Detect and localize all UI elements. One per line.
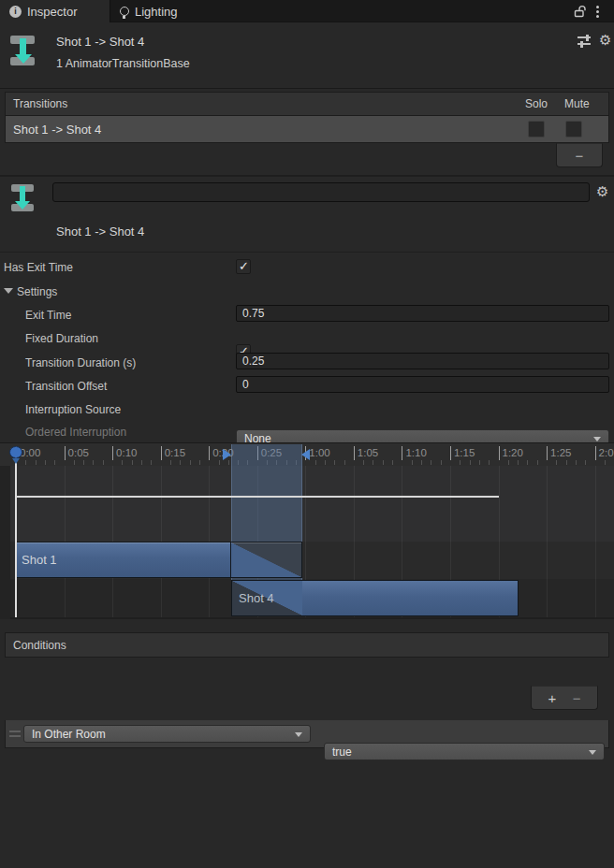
ruler-minor-tick: [421, 460, 422, 465]
ruler-minor-tick: [199, 460, 200, 465]
ruler-label: 0:10: [116, 447, 137, 458]
ruler-major-tick: [595, 446, 596, 460]
ruler-label: 0:15: [165, 447, 185, 458]
transition-start-handle[interactable]: [223, 449, 231, 460]
exit-time-label: Exit Time: [25, 308, 71, 323]
transition-row[interactable]: Shot 1 -> Shot 4: [5, 116, 609, 143]
ruler-label: 1:15: [454, 447, 475, 458]
chevron-down-icon: [589, 750, 596, 755]
ruler-label: 0:00: [20, 447, 40, 458]
ruler-minor-tick: [83, 460, 84, 465]
ruler-minor-tick: [556, 460, 557, 465]
ruler-major-tick: [112, 446, 113, 460]
ruler-minor-tick: [605, 460, 606, 465]
exit-time-value: 0.75: [242, 307, 264, 320]
lightbulb-icon: [120, 7, 129, 16]
ruler-minor-tick: [363, 460, 364, 465]
ruler-minor-tick: [373, 460, 373, 465]
ruler-label: 1:20: [503, 447, 523, 458]
animator-transition-icon-small: [11, 183, 34, 212]
ruler-minor-tick: [527, 460, 528, 465]
presets-button[interactable]: [577, 35, 592, 47]
transition-duration-value: 0.25: [242, 354, 264, 368]
condition-parameter-dropdown[interactable]: In Other Room: [23, 725, 311, 743]
tab-bar: i Inspector Lighting: [0, 0, 614, 22]
ruler-minor-tick: [460, 460, 460, 465]
ruler-minor-tick: [383, 460, 384, 465]
transition-timeline[interactable]: 0:000:050:100:150:200:251:001:051:101:15…: [0, 442, 614, 619]
transitions-header: Transitions Solo Mute: [5, 92, 609, 116]
remove-condition-button[interactable]: −: [573, 691, 581, 705]
ruler-minor-tick: [93, 460, 94, 465]
has-exit-time-label: Has Exit Time: [4, 260, 73, 275]
header-title: Shot 1 -> Shot 4: [56, 35, 144, 49]
lock-button[interactable]: [574, 5, 587, 21]
timeline-bottom-edge: [0, 617, 614, 619]
ordered-interruption-label: Ordered Interruption: [25, 425, 126, 440]
ruler-minor-tick: [489, 460, 490, 465]
ruler-minor-tick: [122, 460, 123, 465]
clip-shot4-label: Shot 4: [239, 591, 274, 605]
timeline-left-gutter: [0, 466, 10, 619]
subheader-gear-icon[interactable]: ⚙: [596, 185, 608, 199]
add-condition-button[interactable]: +: [548, 691, 556, 705]
timeline-gridline: [595, 466, 596, 617]
tab-lighting[interactable]: Lighting: [110, 0, 187, 22]
mute-checkbox[interactable]: [565, 121, 582, 137]
transition-name-input[interactable]: [52, 182, 590, 202]
ruler-minor-tick: [508, 460, 509, 465]
chevron-down-icon: [593, 437, 601, 441]
ruler-minor-tick: [431, 460, 431, 465]
ruler-major-tick: [209, 446, 210, 460]
solo-checkbox[interactable]: [528, 121, 545, 137]
ruler-minor-tick: [228, 460, 229, 465]
condition-row[interactable]: In Other Room true: [5, 720, 609, 748]
settings-foldout-arrow[interactable]: [4, 288, 13, 294]
ruler-minor-tick: [151, 460, 152, 465]
ruler-major-tick: [499, 446, 500, 460]
animator-transition-icon: [10, 35, 35, 66]
tab-inspector[interactable]: i Inspector: [0, 0, 110, 22]
ruler-minor-tick: [315, 460, 316, 465]
ruler-minor-tick: [576, 460, 577, 465]
clip-shot4-body: [302, 581, 518, 615]
has-exit-time-checkbox[interactable]: [236, 259, 251, 274]
ruler-major-tick: [402, 446, 402, 460]
header-gear-icon[interactable]: ⚙: [599, 34, 611, 48]
exit-time-input[interactable]: 0.75: [236, 305, 609, 322]
tab-lighting-label: Lighting: [135, 5, 178, 19]
settings-foldout-label[interactable]: Settings: [17, 284, 57, 299]
transition-duration-input[interactable]: 0.25: [236, 353, 609, 369]
ruler-minor-tick: [470, 460, 471, 465]
mute-column-label: Mute: [564, 97, 590, 110]
transition-label: Shot 1 -> Shot 4: [56, 224, 144, 239]
condition-value-dropdown[interactable]: true: [324, 743, 605, 760]
ruler-minor-tick: [392, 460, 393, 465]
transition-end-handle[interactable]: [301, 449, 310, 460]
clip-shot1-fadeout[interactable]: [230, 542, 302, 578]
ruler-minor-tick: [141, 460, 142, 465]
ruler-major-tick: [354, 446, 355, 460]
ruler-minor-tick: [36, 460, 37, 465]
context-menu-button[interactable]: [596, 4, 599, 20]
transition-subheader: ⚙ Shot 1 -> Shot 4: [0, 177, 614, 253]
transition-offset-input[interactable]: 0: [236, 376, 609, 393]
playhead-marker[interactable]: [9, 446, 22, 464]
ruler-major-tick: [65, 446, 66, 460]
remove-transition-button[interactable]: −: [576, 149, 584, 163]
ruler-minor-tick: [334, 460, 335, 465]
ruler-major-tick: [450, 446, 451, 460]
fixed-duration-label: Fixed Duration: [25, 331, 98, 346]
info-icon: i: [9, 6, 22, 18]
conditions-toolbar: + −: [531, 686, 598, 710]
ruler-minor-tick: [518, 460, 519, 465]
ruler-minor-tick: [537, 460, 538, 465]
drag-handle-icon[interactable]: [9, 728, 21, 740]
ruler-minor-tick: [412, 460, 413, 465]
transitions-toolbar: −: [556, 143, 603, 167]
clip-shot1-label: Shot 1: [22, 553, 57, 567]
ruler-label: 0:05: [68, 447, 89, 458]
ruler-label: 1:25: [550, 447, 571, 458]
condition-parameter-value: In Other Room: [32, 728, 106, 741]
clip-shot4[interactable]: [231, 580, 519, 616]
